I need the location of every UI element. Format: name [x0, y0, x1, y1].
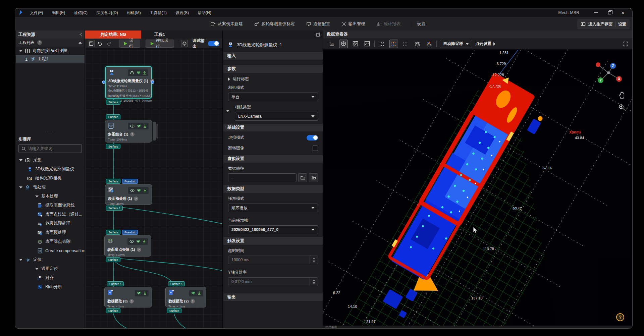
project-row-selected[interactable]: 1 工程1 — [16, 55, 85, 63]
camera-type-expand-icon[interactable] — [226, 110, 229, 112]
pointcloud-viewport[interactable]: -1.231 -6.729 -12.228 -17.726 X(mm) 43.8… — [323, 50, 632, 326]
camera-mode-select[interactable]: 单台 — [228, 93, 318, 101]
profiler-calibration-button[interactable]: 多轮廓测量仪标定 — [254, 21, 295, 27]
category-locate[interactable]: 定位 — [16, 255, 85, 264]
port-surface[interactable]: Surface — [167, 308, 181, 313]
step-item-profile-preprocess[interactable]: 轮廓线预处理 — [16, 219, 85, 228]
fullscreen-icon[interactable] — [623, 41, 628, 47]
visibility-icon[interactable] — [130, 189, 135, 192]
node-input-anchor[interactable] — [102, 80, 105, 84]
view-3d-button[interactable] — [339, 40, 348, 48]
download-icon[interactable] — [143, 124, 147, 128]
splitter-handle[interactable]: ······ — [16, 130, 85, 134]
solution-expand-icon[interactable] — [19, 50, 22, 52]
menu-communication[interactable]: 通信(C) — [69, 8, 92, 17]
menu-file[interactable]: 文件(F) — [25, 8, 47, 17]
gizmo-y-ball[interactable]: Y — [598, 77, 603, 83]
menu-help[interactable]: 帮助(H) — [193, 8, 216, 17]
port-surface[interactable]: Surface 1 — [168, 281, 185, 286]
point-view-color-button[interactable] — [389, 40, 398, 48]
node-extract-3[interactable]: 数据提取 (3)? Time: < 1ms — [104, 287, 152, 307]
undo-button[interactable] — [97, 40, 103, 47]
point-view-gray-button[interactable] — [401, 40, 410, 48]
subcategory-basic[interactable]: 基本处理 — [16, 192, 85, 201]
redo-button[interactable] — [106, 40, 112, 47]
project-tab[interactable]: 工程1 — [141, 31, 178, 39]
save-button[interactable] — [88, 40, 95, 47]
step-item-blob[interactable]: Blob分析 — [16, 282, 85, 291]
solution-row[interactable]: 对向拼接Pin针测量 — [16, 47, 85, 55]
check-icon[interactable] — [191, 291, 195, 295]
y-resolution-spinner[interactable]: 0.0120 mm — [228, 277, 318, 286]
gizmo-x-ball[interactable]: X — [616, 76, 622, 82]
port-surface[interactable]: Surface — [106, 230, 120, 235]
layers-button[interactable] — [413, 40, 422, 48]
preprocess-expand-icon[interactable] — [19, 186, 22, 188]
section-output[interactable]: 输出 — [223, 293, 323, 301]
visibility-icon[interactable] — [130, 124, 135, 128]
section-input[interactable]: 输入 — [223, 52, 323, 60]
stats-report-button[interactable]: 统计报表 — [377, 21, 400, 27]
section-params[interactable]: 参数 — [223, 65, 323, 73]
download-icon[interactable] — [143, 239, 146, 243]
run-button[interactable]: 运行 — [119, 40, 140, 48]
run-flags-expand-icon[interactable] — [228, 77, 230, 81]
section-trigger-settings[interactable]: 触发设置 — [223, 237, 323, 245]
node-help-icon[interactable]: ? — [130, 132, 135, 136]
orientation-gizmo[interactable] — [592, 58, 629, 90]
downsample-select[interactable]: 自动降采样 — [440, 40, 472, 48]
node-denoise[interactable]: 表面噪点去除 (1)? Time: 310ms — [104, 235, 151, 257]
enter-production-button[interactable]: 进入生产界面 — [588, 21, 612, 27]
spinner-arrows[interactable] — [310, 256, 318, 264]
node-profiler[interactable]: 3D线激光轮廓测量仪 (1)? Time: 1179ms depth图像尺寸(3… — [105, 66, 152, 99]
detach-panel-icon[interactable] — [316, 32, 321, 37]
node-combine[interactable]: 多图组合 (1)? Time: 1089ms — [105, 120, 152, 143]
subcategory-general-locate[interactable]: 通用定位 — [16, 264, 85, 273]
run-continuous-button[interactable]: 连续运行 — [146, 40, 174, 48]
download-icon[interactable] — [143, 291, 147, 295]
new-from-case-button[interactable]: 从案例库新建 — [211, 21, 243, 27]
visibility-icon[interactable] — [130, 71, 134, 74]
step-search-input[interactable]: 请输入关键词 — [18, 144, 82, 153]
visibility-icon[interactable] — [129, 240, 134, 243]
data-path-input[interactable]: . — [228, 173, 297, 182]
browse-folder-button[interactable] — [298, 173, 307, 182]
node-output-anchor[interactable] — [151, 80, 154, 84]
node-help-icon[interactable]: ? — [191, 299, 195, 303]
debug-output-toggle[interactable] — [208, 41, 219, 46]
camera-type-select[interactable]: LNX-Camera — [235, 112, 318, 121]
check-icon[interactable] — [137, 189, 141, 192]
view-2d-button[interactable]: 2D — [327, 40, 336, 48]
section-basic-settings[interactable]: 基础设置 — [223, 124, 323, 131]
port-surface[interactable]: Surface — [106, 179, 120, 184]
category-collect[interactable]: 采集 — [16, 156, 85, 165]
flip-image-checkbox[interactable] — [313, 146, 318, 151]
timeout-spinner[interactable]: 10000 ms — [228, 256, 318, 264]
step-item-surface-filter[interactable]: 表面点过滤（通过... — [16, 210, 85, 219]
virtual-mode-toggle[interactable] — [307, 135, 318, 141]
pan-hand-icon[interactable] — [619, 92, 625, 99]
port-surface[interactable]: Surface — [106, 257, 120, 262]
project-list-help-icon[interactable]: ? — [37, 40, 42, 45]
toolbar-settings-button[interactable]: 设置 — [417, 21, 425, 27]
port-surface[interactable]: Surface 1 — [107, 281, 124, 286]
menu-camera[interactable]: 相机(M) — [122, 8, 145, 17]
collapse-sidebar-icon[interactable]: < — [79, 32, 82, 37]
check-icon[interactable] — [136, 240, 140, 243]
communication-config-button[interactable]: 通信配置 — [306, 21, 330, 27]
production-settings-button[interactable]: 设置 — [618, 21, 626, 27]
node-help-icon[interactable]: ? — [134, 197, 138, 201]
category-preprocess[interactable]: 预处理 — [16, 183, 85, 192]
collect-expand-icon[interactable] — [19, 159, 22, 161]
menu-toolbox[interactable]: 工具箱(T) — [145, 8, 171, 17]
node-surface-preprocess[interactable]: 表面预处理 (1)? Time: 48ms — [105, 184, 152, 205]
port-surface[interactable]: Surface — [106, 114, 120, 119]
port-surface[interactable]: Surface — [106, 308, 120, 313]
step-item-denoise[interactable]: 表面噪点去除 — [16, 237, 85, 246]
general-locate-expand-icon[interactable] — [35, 268, 39, 270]
locate-expand-icon[interactable] — [19, 259, 22, 261]
menu-edit[interactable]: 编辑(E) — [47, 8, 69, 17]
port-poselist[interactable]: PoseList — [122, 230, 138, 235]
step-item-compensation[interactable]: Create compensation file — [16, 246, 85, 255]
flow-params-divider[interactable] — [222, 31, 223, 328]
